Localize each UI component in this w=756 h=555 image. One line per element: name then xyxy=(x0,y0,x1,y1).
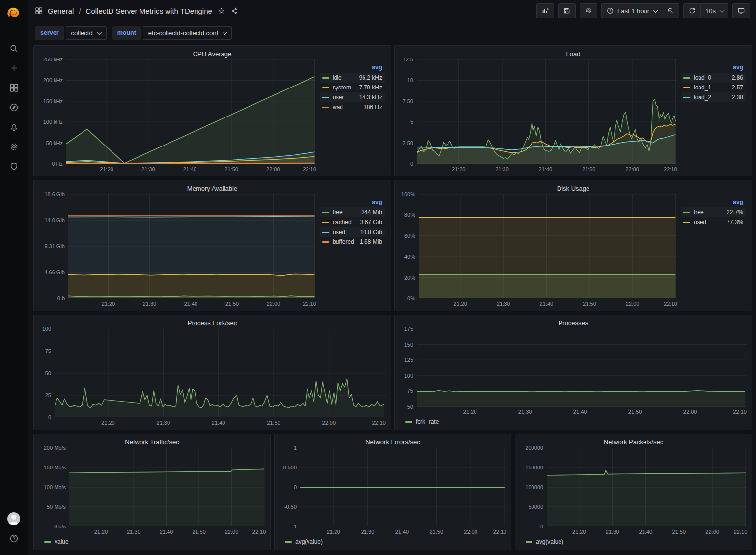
panel-title[interactable]: Network Packets/sec xyxy=(520,437,747,448)
variable-mount-label: mount xyxy=(112,26,141,40)
legend-series-color-dash xyxy=(322,232,329,233)
legend-item-fork-rate[interactable]: fork_rate xyxy=(403,417,441,427)
x-tick-label: 22:10 xyxy=(493,529,507,535)
legend-item-avg-value-[interactable]: avg(value) xyxy=(523,537,566,547)
chart-load[interactable] xyxy=(417,59,677,164)
legend-series-avg-value: 386 Hz xyxy=(364,104,382,111)
x-tick-label: 21:50 xyxy=(224,166,238,172)
chart-processes[interactable] xyxy=(417,329,747,407)
chart-process-fork[interactable] xyxy=(55,329,386,417)
chart-cpu-average[interactable] xyxy=(66,59,316,164)
chart-memory-available[interactable] xyxy=(68,194,316,298)
panel-title[interactable]: CPU Average xyxy=(39,48,386,59)
y-tick-label: 100 xyxy=(404,373,413,379)
create-plus-icon[interactable] xyxy=(4,58,24,78)
y-tick-label: 0 b/s xyxy=(54,524,66,529)
legend-avg-header[interactable]: avg xyxy=(681,63,746,73)
legend-item-used[interactable]: used10.8 Gib xyxy=(320,227,385,237)
x-axis-labels: 21:2021:3021:4021:5022:0022:10 xyxy=(417,164,677,174)
legend-avg-header[interactable]: avg xyxy=(320,63,385,73)
time-range-picker[interactable]: Last 1 hour xyxy=(601,3,662,18)
grafana-logo-icon[interactable] xyxy=(6,5,22,21)
y-tick-label: 150000 xyxy=(525,465,543,470)
x-tick-label: 21:20 xyxy=(327,529,340,535)
legend-avg-header[interactable]: avg xyxy=(320,198,385,207)
panel-title[interactable]: Memory Available xyxy=(39,183,386,194)
x-tick-label: 21:40 xyxy=(183,166,197,172)
y-tick-label: 10 xyxy=(407,77,413,83)
explore-compass-icon[interactable] xyxy=(4,97,24,117)
dashboard-settings-button[interactable] xyxy=(580,3,597,18)
y-tick-label: 200000 xyxy=(525,445,543,451)
x-tick-label: 21:30 xyxy=(141,166,155,172)
share-icon[interactable] xyxy=(230,7,239,15)
zoom-out-time-button[interactable] xyxy=(662,3,679,18)
panel-title[interactable]: Processes xyxy=(400,318,747,329)
legend: avgfree344 Mibcached3.67 Gibused10.8 Gib… xyxy=(316,194,386,309)
legend-item-cached[interactable]: cached3.67 Gib xyxy=(320,217,385,227)
dashboards-grid-icon[interactable] xyxy=(4,78,24,97)
chart-network-errors[interactable] xyxy=(300,448,506,526)
x-tick-label: 21:20 xyxy=(101,420,115,426)
x-tick-label: 21:30 xyxy=(157,420,170,426)
legend-item-idle[interactable]: idle96.2 kHz xyxy=(320,73,385,83)
server-admin-shield-icon[interactable] xyxy=(4,156,24,176)
breadcrumb-folder[interactable]: General xyxy=(48,7,74,15)
x-tick-label: 21:20 xyxy=(102,301,115,307)
configuration-gear-icon[interactable] xyxy=(4,137,24,156)
chevron-down-icon xyxy=(97,30,102,35)
x-tick-label: 21:20 xyxy=(100,166,113,172)
cycle-view-mode-button[interactable] xyxy=(732,3,750,18)
panel-title-text: Memory Available xyxy=(187,185,237,192)
y-tick-label: 40% xyxy=(404,254,415,260)
save-dashboard-button[interactable] xyxy=(558,3,576,18)
chart-network-traffic[interactable] xyxy=(69,448,265,526)
refresh-button[interactable] xyxy=(683,3,701,18)
panel-title-text: Process Fork/sec xyxy=(188,320,237,327)
panel-title[interactable]: Load xyxy=(400,48,747,59)
panel-title[interactable]: Network Errors/sec xyxy=(280,437,506,448)
panel-cpu-average: CPU Average 250 kHz200 kHz150 kHz100 kHz… xyxy=(33,45,391,176)
legend-item-buffered[interactable]: buffered1.68 Mib xyxy=(320,237,385,247)
chart-disk-usage[interactable] xyxy=(419,194,677,298)
user-avatar[interactable] xyxy=(4,509,24,528)
add-panel-button[interactable] xyxy=(536,3,554,18)
legend-item-load-1[interactable]: load_12.57 xyxy=(681,83,746,92)
variable-mount-picker[interactable]: etc-collectd-collectd.conf xyxy=(143,26,232,40)
alerting-bell-icon[interactable] xyxy=(4,117,24,137)
y-tick-label: 0 xyxy=(540,524,543,529)
legend-item-used[interactable]: used77.3% xyxy=(681,217,746,227)
legend-item-load-0[interactable]: load_02.86 xyxy=(681,73,746,83)
legend-item-free[interactable]: free344 Mib xyxy=(320,207,385,217)
star-icon[interactable] xyxy=(217,7,225,15)
panel-title-text: Load xyxy=(566,50,581,58)
x-tick-label: 21:40 xyxy=(639,529,653,535)
legend-item-free[interactable]: free22.7% xyxy=(681,207,746,217)
dashboard-grid: CPU Average 250 kHz200 kHz150 kHz100 kHz… xyxy=(28,44,756,555)
legend-series-color-dash xyxy=(322,97,329,98)
x-tick-label: 22:10 xyxy=(664,301,677,307)
search-icon[interactable] xyxy=(4,38,24,58)
legend-item-avg-value-[interactable]: avg(value) xyxy=(282,537,325,547)
legend-item-system[interactable]: system7.79 kHz xyxy=(320,83,385,92)
panel-title[interactable]: Process Fork/sec xyxy=(39,318,386,329)
help-icon[interactable] xyxy=(4,528,24,548)
dashboard-title[interactable]: CollectD Server Metrics with TDengine xyxy=(86,7,212,15)
refresh-interval-picker[interactable]: 10s xyxy=(700,3,728,18)
panel-disk-usage: Disk Usage 100%80%60%40%20%0% 21:2021:30… xyxy=(394,180,752,311)
x-tick-label: 21:30 xyxy=(518,409,532,415)
chart-network-packets[interactable] xyxy=(547,448,747,526)
legend-avg-header[interactable]: avg xyxy=(681,198,746,207)
legend-item-value[interactable]: value xyxy=(42,537,71,547)
panel-title[interactable]: Network Traffic/sec xyxy=(39,437,265,448)
legend: value xyxy=(39,537,265,548)
legend-item-load-2[interactable]: load_22.38 xyxy=(681,92,746,102)
y-axis-labels: 1007550250 xyxy=(39,329,55,417)
legend-item-wait[interactable]: wait386 Hz xyxy=(320,102,385,112)
legend-series-color-dash xyxy=(683,87,690,88)
panel-network-traffic: Network Traffic/sec 200 Mb/s150 Mb/s100 … xyxy=(33,434,271,550)
legend-item-user[interactable]: user14.3 kHz xyxy=(320,92,385,102)
y-tick-label: 1 xyxy=(294,445,297,451)
variable-server-picker[interactable]: collectd xyxy=(66,26,107,40)
panel-title[interactable]: Disk Usage xyxy=(400,183,747,194)
